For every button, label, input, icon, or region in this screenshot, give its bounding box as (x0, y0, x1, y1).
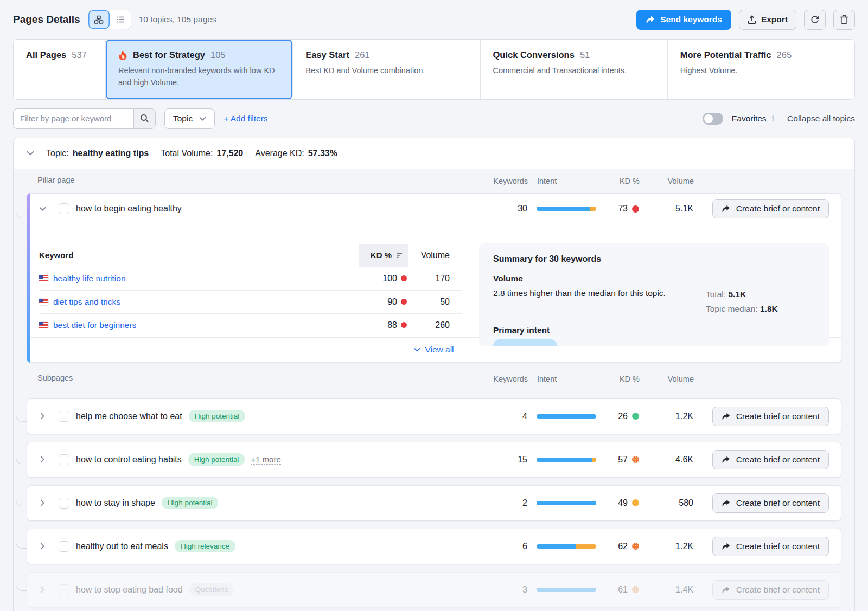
pages-details-screen: Pages Details 10 topics, 105 pages Send … (0, 0, 868, 611)
delete-button[interactable] (833, 10, 855, 30)
tab-more-potential-traffic[interactable]: More Potential Traffic 265 Highest Volum… (668, 40, 854, 99)
tab-label: All Pages (26, 50, 66, 60)
tab-easy-start[interactable]: Easy Start 261 Best KD and Volume combin… (293, 40, 480, 99)
export-button[interactable]: Export (739, 10, 796, 30)
tab-best-for-strategy[interactable]: Best for Strategy 105 Relevant non-brand… (106, 40, 293, 99)
tab-count: 265 (777, 50, 792, 60)
expand-row-button[interactable] (38, 412, 47, 421)
intent-bar (527, 414, 602, 419)
chevron-down-icon[interactable] (27, 151, 34, 156)
kd-difficulty-dot (632, 543, 639, 550)
summary-volume-text: 2.8 times higher than the median for thi… (493, 287, 684, 317)
topic-dropdown-label: Topic (173, 114, 193, 124)
tab-count: 261 (355, 50, 370, 60)
subpage-row: how to control eating habits High potent… (27, 442, 841, 477)
expand-row-button[interactable] (38, 586, 47, 594)
subpage-card: help me choose what to eat High potentia… (27, 398, 841, 434)
flame-icon (118, 50, 127, 60)
search-box (13, 108, 156, 129)
search-button[interactable] (133, 108, 156, 129)
subpage-row: how to stay in shape High potential 2 49… (27, 486, 841, 520)
create-brief-label: Create brief or content (736, 411, 820, 421)
subpage-title: healthy out to eat meals (76, 542, 168, 551)
keyword-row: healthy life nutrition 100 170 (39, 267, 462, 291)
kd-value: 88 (387, 320, 397, 330)
column-intent: Intent (528, 375, 602, 383)
pillar-accent-bar (27, 193, 30, 363)
send-keywords-button[interactable]: Send keywords (636, 10, 731, 30)
tree-connector-line (16, 207, 16, 591)
kd-difficulty-dot (632, 456, 639, 463)
intent-bar (527, 207, 602, 211)
collapse-all-topics-link[interactable]: Collapse all topics (787, 114, 855, 124)
subpage-row: healthy out to eat meals High relevance … (27, 529, 841, 564)
row-checkbox[interactable] (59, 498, 69, 509)
pillar-page-label[interactable]: Pillar page (37, 176, 75, 186)
keyword-link[interactable]: healthy life nutrition (53, 274, 126, 283)
subpage-title: how to stop eating bad food (76, 585, 183, 595)
view-all-link[interactable]: View all (425, 345, 454, 355)
column-kd: KD % (602, 375, 640, 383)
tab-all-pages[interactable]: All Pages 537 (14, 40, 106, 99)
keyword-link[interactable]: best diet for beginners (53, 320, 136, 330)
favorites-toggle[interactable] (703, 113, 723, 125)
volume-value: 170 (408, 274, 462, 284)
search-input[interactable] (13, 108, 133, 129)
create-brief-button[interactable]: Create brief or content (712, 537, 829, 556)
info-icon[interactable]: i (772, 114, 774, 124)
kd-difficulty-dot (632, 205, 639, 213)
column-intent: Intent (528, 177, 602, 185)
expand-row-button[interactable] (38, 499, 47, 507)
more-badges-link[interactable]: +1 more (251, 455, 280, 465)
topic-header[interactable]: Topic: healthy eating tips Total Volume:… (14, 138, 854, 169)
expand-row-button[interactable] (38, 455, 47, 464)
trash-icon (840, 15, 848, 24)
row-checkbox[interactable] (59, 541, 69, 552)
column-volume: Volume (640, 177, 699, 185)
create-brief-button[interactable]: Create brief or content (712, 580, 829, 600)
collapse-row-button[interactable] (38, 204, 47, 213)
create-brief-button[interactable]: Create brief or content (712, 407, 829, 426)
keyword-link[interactable]: diet tips and tricks (53, 297, 120, 306)
tree-view-button[interactable] (88, 10, 110, 29)
keywords-count: 3 (444, 585, 527, 595)
status-badge: High potential (188, 453, 245, 466)
forward-arrow-icon (646, 16, 655, 24)
intent-bar (527, 544, 602, 549)
total-volume-label: Total Volume: (161, 149, 213, 158)
list-view-button[interactable] (110, 10, 131, 29)
volume-value: 1.2K (639, 411, 699, 421)
add-filters-link[interactable]: + Add filters (224, 114, 267, 124)
volume-value: 1.2K (639, 542, 699, 551)
subpages-label[interactable]: Subpages (37, 374, 73, 384)
tree-connector-elbow (16, 207, 27, 218)
status-badge: High potential (162, 497, 219, 509)
forward-arrow-icon (722, 456, 730, 464)
create-brief-label: Create brief or content (736, 585, 820, 595)
topic-dropdown[interactable]: Topic (164, 108, 215, 129)
create-brief-button[interactable]: Create brief or content (712, 493, 829, 513)
keywords-count: 6 (444, 542, 527, 551)
create-brief-button[interactable]: Create brief or content (712, 199, 829, 218)
kd-value: 26 (618, 411, 628, 421)
kd-difficulty-dot (632, 499, 639, 506)
row-checkbox[interactable] (59, 454, 69, 465)
tab-description: Commercial and Transactional intents. (493, 65, 655, 77)
row-checkbox[interactable] (59, 584, 69, 595)
tab-quick-conversions[interactable]: Quick Conversions 51 Commercial and Tran… (481, 40, 668, 99)
expand-row-button[interactable] (38, 542, 47, 551)
refresh-button[interactable] (804, 10, 826, 30)
row-checkbox[interactable] (59, 203, 69, 214)
column-volume: Volume (408, 250, 462, 260)
subpage-title: how to control eating habits (76, 455, 182, 465)
tab-description: Relevant non-branded keywords with low K… (118, 65, 280, 89)
keyword-row: best diet for beginners 88 260 (39, 314, 462, 337)
summary-volume-label: Volume (493, 274, 815, 284)
average-kd-value: 57.33% (308, 149, 337, 158)
create-brief-button[interactable]: Create brief or content (712, 450, 829, 469)
column-kd-sortable[interactable]: KD % (359, 244, 408, 267)
forward-arrow-icon (722, 586, 730, 594)
keywords-summary-panel: Summary for 30 keywords Volume 2.8 times… (479, 243, 829, 346)
send-keywords-label: Send keywords (660, 15, 722, 24)
row-checkbox[interactable] (59, 411, 69, 422)
